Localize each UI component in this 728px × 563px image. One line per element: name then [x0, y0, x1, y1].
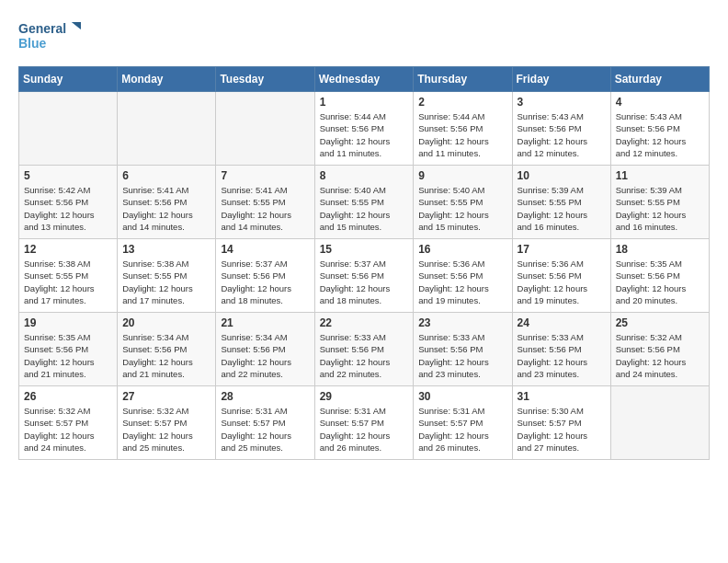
svg-text:Blue: Blue	[18, 36, 47, 51]
day-number: 22	[320, 316, 409, 329]
page-header: General Blue	[18, 18, 710, 57]
cell-info: Sunrise: 5:41 AM Sunset: 5:56 PM Dayligh…	[122, 184, 210, 233]
cell-info: Sunrise: 5:44 AM Sunset: 5:56 PM Dayligh…	[320, 110, 409, 159]
week-row-2: 12Sunrise: 5:38 AM Sunset: 5:55 PM Dayli…	[19, 239, 710, 313]
calendar-cell: 12Sunrise: 5:38 AM Sunset: 5:55 PM Dayli…	[19, 239, 118, 313]
day-number: 25	[616, 316, 704, 329]
day-number: 9	[418, 169, 506, 182]
calendar-table: SundayMondayTuesdayWednesdayThursdayFrid…	[18, 66, 710, 460]
day-number: 13	[122, 243, 210, 256]
calendar-cell: 20Sunrise: 5:34 AM Sunset: 5:56 PM Dayli…	[118, 313, 216, 386]
header-tuesday: Tuesday	[216, 67, 314, 92]
cell-info: Sunrise: 5:37 AM Sunset: 5:56 PM Dayligh…	[320, 258, 409, 306]
cell-info: Sunrise: 5:40 AM Sunset: 5:55 PM Dayligh…	[418, 184, 506, 233]
calendar-cell: 5Sunrise: 5:42 AM Sunset: 5:56 PM Daylig…	[19, 166, 118, 239]
day-number: 16	[418, 243, 506, 256]
cell-info: Sunrise: 5:31 AM Sunset: 5:57 PM Dayligh…	[418, 405, 506, 454]
cell-info: Sunrise: 5:35 AM Sunset: 5:56 PM Dayligh…	[24, 331, 112, 380]
calendar-cell: 11Sunrise: 5:39 AM Sunset: 5:55 PM Dayli…	[610, 166, 709, 239]
cell-info: Sunrise: 5:33 AM Sunset: 5:56 PM Dayligh…	[518, 331, 606, 380]
calendar-cell: 19Sunrise: 5:35 AM Sunset: 5:56 PM Dayli…	[19, 313, 118, 386]
calendar-cell: 18Sunrise: 5:35 AM Sunset: 5:56 PM Dayli…	[610, 239, 709, 313]
calendar-cell: 31Sunrise: 5:30 AM Sunset: 5:57 PM Dayli…	[512, 386, 610, 460]
cell-info: Sunrise: 5:32 AM Sunset: 5:57 PM Dayligh…	[122, 405, 210, 454]
header-friday: Friday	[512, 67, 610, 92]
day-number: 19	[24, 316, 112, 329]
calendar-cell: 9Sunrise: 5:40 AM Sunset: 5:55 PM Daylig…	[414, 166, 512, 239]
calendar-cell: 16Sunrise: 5:36 AM Sunset: 5:56 PM Dayli…	[414, 239, 512, 313]
logo: General Blue	[18, 18, 83, 57]
cell-info: Sunrise: 5:37 AM Sunset: 5:56 PM Dayligh…	[221, 258, 309, 306]
calendar-cell: 4Sunrise: 5:43 AM Sunset: 5:56 PM Daylig…	[610, 92, 709, 166]
cell-info: Sunrise: 5:43 AM Sunset: 5:56 PM Dayligh…	[518, 110, 606, 159]
day-number: 12	[24, 243, 112, 256]
day-number: 4	[616, 96, 704, 109]
cell-info: Sunrise: 5:32 AM Sunset: 5:56 PM Dayligh…	[616, 331, 704, 380]
cell-info: Sunrise: 5:40 AM Sunset: 5:55 PM Dayligh…	[320, 184, 409, 233]
week-row-4: 26Sunrise: 5:32 AM Sunset: 5:57 PM Dayli…	[19, 386, 710, 460]
cell-info: Sunrise: 5:44 AM Sunset: 5:56 PM Dayligh…	[418, 110, 506, 159]
calendar-cell	[118, 92, 216, 166]
day-number: 11	[616, 169, 704, 182]
day-number: 14	[221, 243, 309, 256]
cell-info: Sunrise: 5:43 AM Sunset: 5:56 PM Dayligh…	[616, 110, 704, 159]
calendar-cell	[216, 92, 314, 166]
day-number: 18	[616, 243, 704, 256]
day-number: 23	[418, 316, 506, 329]
week-row-0: 1Sunrise: 5:44 AM Sunset: 5:56 PM Daylig…	[19, 92, 710, 166]
svg-marker-3	[72, 22, 81, 29]
header-monday: Monday	[118, 67, 216, 92]
cell-info: Sunrise: 5:38 AM Sunset: 5:55 PM Dayligh…	[122, 258, 210, 306]
day-number: 8	[320, 169, 409, 182]
calendar-cell: 14Sunrise: 5:37 AM Sunset: 5:56 PM Dayli…	[216, 239, 314, 313]
day-number: 5	[24, 169, 112, 182]
cell-info: Sunrise: 5:31 AM Sunset: 5:57 PM Dayligh…	[221, 405, 309, 454]
calendar-cell	[610, 386, 709, 460]
day-number: 17	[518, 243, 606, 256]
day-number: 26	[24, 390, 112, 403]
calendar-cell: 10Sunrise: 5:39 AM Sunset: 5:55 PM Dayli…	[512, 166, 610, 239]
calendar-cell: 27Sunrise: 5:32 AM Sunset: 5:57 PM Dayli…	[118, 386, 216, 460]
day-number: 7	[221, 169, 309, 182]
day-number: 30	[418, 390, 506, 403]
day-number: 10	[518, 169, 606, 182]
day-number: 21	[221, 316, 309, 329]
header-saturday: Saturday	[610, 67, 709, 92]
calendar-cell: 6Sunrise: 5:41 AM Sunset: 5:56 PM Daylig…	[118, 166, 216, 239]
calendar-cell: 21Sunrise: 5:34 AM Sunset: 5:56 PM Dayli…	[216, 313, 314, 386]
cell-info: Sunrise: 5:39 AM Sunset: 5:55 PM Dayligh…	[518, 184, 606, 233]
header-sunday: Sunday	[19, 67, 118, 92]
cell-info: Sunrise: 5:38 AM Sunset: 5:55 PM Dayligh…	[24, 258, 112, 306]
day-number: 6	[122, 169, 210, 182]
week-row-3: 19Sunrise: 5:35 AM Sunset: 5:56 PM Dayli…	[19, 313, 710, 386]
calendar-cell: 13Sunrise: 5:38 AM Sunset: 5:55 PM Dayli…	[118, 239, 216, 313]
cell-info: Sunrise: 5:30 AM Sunset: 5:57 PM Dayligh…	[518, 405, 606, 454]
day-number: 15	[320, 243, 409, 256]
cell-info: Sunrise: 5:32 AM Sunset: 5:57 PM Dayligh…	[24, 405, 112, 454]
calendar-cell: 7Sunrise: 5:41 AM Sunset: 5:55 PM Daylig…	[216, 166, 314, 239]
calendar-cell: 8Sunrise: 5:40 AM Sunset: 5:55 PM Daylig…	[314, 166, 414, 239]
cell-info: Sunrise: 5:36 AM Sunset: 5:56 PM Dayligh…	[518, 258, 606, 306]
logo-svg: General Blue	[18, 18, 83, 57]
day-number: 2	[418, 96, 506, 109]
cell-info: Sunrise: 5:33 AM Sunset: 5:56 PM Dayligh…	[418, 331, 506, 380]
calendar-cell: 29Sunrise: 5:31 AM Sunset: 5:57 PM Dayli…	[314, 386, 414, 460]
calendar-cell: 22Sunrise: 5:33 AM Sunset: 5:56 PM Dayli…	[314, 313, 414, 386]
day-number: 20	[122, 316, 210, 329]
week-row-1: 5Sunrise: 5:42 AM Sunset: 5:56 PM Daylig…	[19, 166, 710, 239]
header-thursday: Thursday	[414, 67, 512, 92]
cell-info: Sunrise: 5:42 AM Sunset: 5:56 PM Dayligh…	[24, 184, 112, 233]
day-number: 27	[122, 390, 210, 403]
calendar-cell: 15Sunrise: 5:37 AM Sunset: 5:56 PM Dayli…	[314, 239, 414, 313]
cell-info: Sunrise: 5:34 AM Sunset: 5:56 PM Dayligh…	[221, 331, 309, 380]
cell-info: Sunrise: 5:31 AM Sunset: 5:57 PM Dayligh…	[320, 405, 409, 454]
cell-info: Sunrise: 5:36 AM Sunset: 5:56 PM Dayligh…	[418, 258, 506, 306]
calendar-cell: 30Sunrise: 5:31 AM Sunset: 5:57 PM Dayli…	[414, 386, 512, 460]
header-row: SundayMondayTuesdayWednesdayThursdayFrid…	[19, 67, 710, 92]
calendar-cell: 1Sunrise: 5:44 AM Sunset: 5:56 PM Daylig…	[314, 92, 414, 166]
cell-info: Sunrise: 5:41 AM Sunset: 5:55 PM Dayligh…	[221, 184, 309, 233]
cell-info: Sunrise: 5:33 AM Sunset: 5:56 PM Dayligh…	[320, 331, 409, 380]
day-number: 29	[320, 390, 409, 403]
calendar-cell: 23Sunrise: 5:33 AM Sunset: 5:56 PM Dayli…	[414, 313, 512, 386]
cell-info: Sunrise: 5:34 AM Sunset: 5:56 PM Dayligh…	[122, 331, 210, 380]
